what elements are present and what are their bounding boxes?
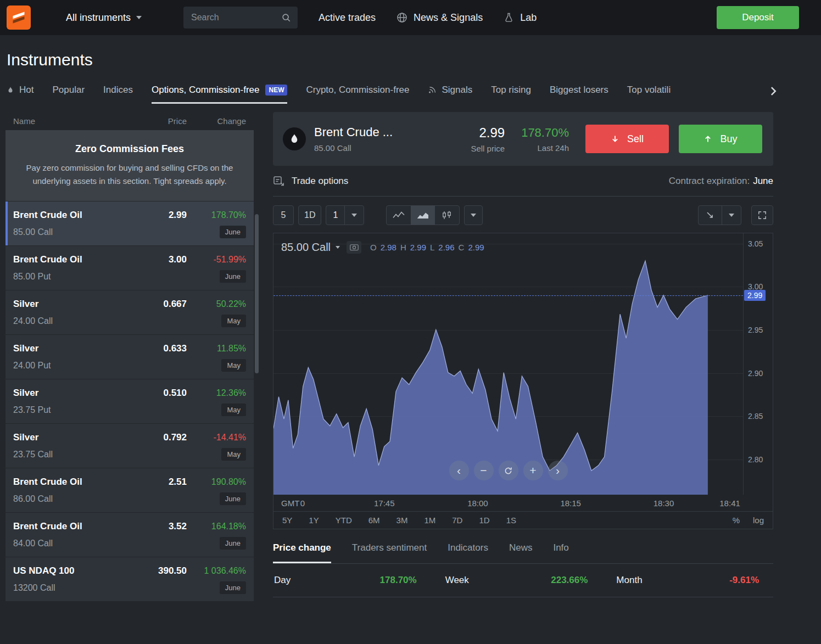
buy-button[interactable]: Buy [679, 125, 762, 153]
expiry-chip: May [221, 448, 246, 461]
tab-indices[interactable]: Indices [103, 78, 133, 104]
search-input[interactable] [190, 12, 281, 23]
instrument-name: Brent Crude Oil [13, 521, 137, 532]
time-tick: 18:00 [467, 499, 488, 508]
tab-label: Top rising [491, 85, 531, 96]
list-headers: Name Price Change [5, 112, 254, 130]
change-24h-block: 178.70% Last 24h [521, 126, 569, 153]
chart-pan-left-button[interactable]: ‹ [449, 461, 469, 480]
tab-label: Popular [52, 85, 85, 96]
scale-percent[interactable]: % [733, 516, 740, 525]
list-scrollbar[interactable] [255, 214, 259, 373]
topbar: All instruments Active trades News & Sig… [0, 0, 821, 35]
tab-top-volatility[interactable]: Top volatili [627, 78, 671, 104]
list-item[interactable]: Brent Crude Oil2.51190.80%86.00 CallJune [5, 468, 254, 512]
chart-zoom-in-button[interactable]: + [523, 461, 543, 480]
range-1m[interactable]: 1M [424, 516, 435, 525]
tab-options-commission-free[interactable]: Options, Commission-freeNEW [152, 78, 288, 104]
chart-reset-button[interactable] [499, 461, 518, 480]
deposit-button[interactable]: Deposit [717, 6, 799, 29]
tab-price-change[interactable]: Price change [273, 542, 331, 563]
range-6m[interactable]: 6M [368, 516, 380, 525]
expiry-chip: May [221, 315, 246, 327]
chart-pan-right-button[interactable]: › [548, 461, 568, 480]
instrument-name: Silver [13, 432, 137, 443]
trade-options-link[interactable]: Trade options [273, 175, 348, 187]
chart-type-dropdown[interactable] [464, 205, 483, 225]
active-trades-label: Active trades [319, 12, 376, 24]
fullscreen-icon [758, 211, 767, 220]
snapshot-icon[interactable] [347, 241, 361, 254]
ohlc-value: 2.98 [381, 243, 396, 252]
time-axis[interactable]: GMT 017:4518:0018:1518:3018:41 [273, 495, 743, 511]
range-1d[interactable]: 1D [479, 516, 489, 525]
tab-news[interactable]: News [509, 542, 533, 563]
instrument-subtitle: 85.00 Call [314, 143, 393, 153]
list-item[interactable]: Brent Crude Oil2.99178.70%85.00 CallJune [5, 201, 254, 245]
price-area-chart [273, 233, 743, 495]
tabs-scroll-right[interactable] [724, 80, 779, 102]
drawing-tool-dropdown[interactable] [698, 205, 741, 225]
stats-row: Day178.70%Week223.66%Month-9.61% [273, 563, 773, 597]
list-item[interactable]: US NDAQ 100390.501 036.46%13200 CallJune [5, 557, 254, 601]
range-5y[interactable]: 5Y [282, 516, 292, 525]
list-item[interactable]: Brent Crude Oil3.00-51.99%85.00 PutJune [5, 245, 254, 290]
app-logo[interactable] [7, 5, 31, 30]
expiry-chip: June [220, 226, 246, 238]
tab-biggest-losers[interactable]: Biggest losers [550, 78, 608, 104]
range-ytd[interactable]: YTD [336, 516, 352, 525]
chart-type-area-button[interactable] [411, 206, 435, 225]
range-7d[interactable]: 7D [452, 516, 462, 525]
tab-indicators[interactable]: Indicators [448, 542, 488, 563]
sell-button[interactable]: Sell [585, 125, 669, 153]
chevron-down-icon [729, 214, 734, 217]
tab-top-rising[interactable]: Top rising [491, 78, 531, 104]
tab-label: Top volatili [627, 85, 671, 96]
search-box[interactable] [183, 7, 298, 29]
periods-button[interactable]: 5 [273, 205, 294, 225]
fullscreen-button[interactable] [751, 205, 773, 225]
tab-popular[interactable]: Popular [52, 78, 85, 104]
price-axis-label: 2.80 [748, 455, 763, 464]
tab-label: Signals [442, 85, 472, 96]
page-title: Instruments [7, 51, 821, 69]
instrument-change: 12.36% [187, 388, 246, 398]
instrument-name: Silver [13, 343, 137, 354]
time-tick: 18:15 [560, 499, 581, 508]
chart-zoom-out-button[interactable]: − [474, 461, 494, 480]
tab-hot[interactable]: Hot [7, 78, 33, 104]
list-item[interactable]: Silver0.51012.36%23.75 PutMay [5, 379, 254, 423]
range-1y[interactable]: 1Y [309, 516, 319, 525]
nav-news-signals[interactable]: News & Signals [396, 12, 483, 24]
nav-active-trades[interactable]: Active trades [319, 12, 376, 24]
range-3m[interactable]: 3M [396, 516, 408, 525]
tab-traders-sentiment[interactable]: Traders sentiment [352, 542, 427, 563]
timeframe-button[interactable]: 1D [298, 205, 321, 225]
list-item[interactable]: Silver0.66750.22%24.00 CallMay [5, 290, 254, 334]
multiplier-dropdown[interactable]: 1 [326, 205, 364, 225]
scale-log[interactable]: log [753, 516, 764, 525]
nav-lab[interactable]: Lab [504, 12, 537, 24]
range-1s[interactable]: 1S [506, 516, 516, 525]
tab-crypto-commission-free[interactable]: Crypto, Commission-free [306, 78, 409, 104]
chart-type-line-button[interactable] [387, 206, 411, 225]
chart-plot[interactable]: 85.00 Call O2.98H2.99L2.96C2.99 ‹−+› [273, 233, 743, 495]
trade-options-icon [273, 175, 285, 187]
list-item[interactable]: Silver0.63311.85%24.00 PutMay [5, 334, 254, 379]
price-axis[interactable]: 3.053.002.952.902.852.802.99 [743, 233, 773, 495]
tab-info[interactable]: Info [553, 542, 568, 563]
price-axis-label: 2.95 [748, 326, 763, 334]
chart-type-candles-button[interactable] [435, 206, 459, 225]
ohlc-value: 2.99 [468, 243, 484, 252]
list-item[interactable]: Brent Crude Oil3.52164.18%84.00 CallJune [5, 512, 254, 557]
column-header-price: Price [137, 116, 187, 126]
lab-label: Lab [520, 12, 537, 24]
stat-value: 223.66% [551, 575, 588, 586]
chart-symbol-dropdown[interactable]: 85.00 Call [281, 241, 340, 254]
tab-signals[interactable]: Signals [428, 78, 472, 104]
all-instruments-dropdown[interactable]: All instruments [66, 12, 142, 24]
list-item[interactable]: Silver0.792-14.41%23.75 CallMay [5, 423, 254, 468]
instrument-price: 2.99 [137, 210, 187, 221]
expiry-chip: June [220, 581, 246, 594]
instrument-name: Silver [13, 388, 137, 399]
